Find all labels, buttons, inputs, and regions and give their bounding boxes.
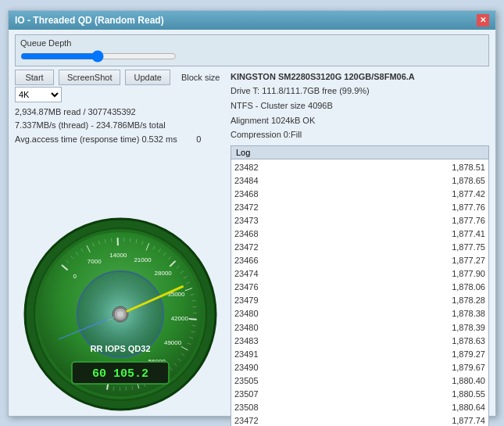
queue-depth-slider[interactable] bbox=[20, 50, 177, 63]
main-area: Start ScreenShot Update Block size 4K 51… bbox=[15, 70, 489, 427]
drive-info: KINGSTON SM2280S3120G 120GB/S8FM06.A Dri… bbox=[231, 70, 489, 142]
block-size-select[interactable]: 4K 512 1K 2K 8K 16K 32K 64K 128K bbox=[15, 87, 62, 102]
svg-text:RR IOPS QD32: RR IOPS QD32 bbox=[90, 344, 150, 353]
svg-text:21000: 21000 bbox=[134, 256, 152, 263]
log-col1: 23483 bbox=[234, 335, 270, 348]
log-row: 234841,878.65 bbox=[234, 174, 485, 188]
log-col1: 23508 bbox=[234, 401, 270, 414]
log-col2: 1,877.76 bbox=[442, 201, 485, 214]
log-row: 234831,878.63 bbox=[234, 335, 485, 348]
log-col2: 1,878.39 bbox=[442, 321, 485, 335]
log-col1: 23472 bbox=[234, 201, 270, 214]
log-col2: 1,878.63 bbox=[442, 335, 485, 348]
drive-name: KINGSTON SM2280S3120G 120GB/S8FM06.A bbox=[231, 70, 489, 84]
log-col2: 1,878.06 bbox=[442, 281, 485, 294]
log-row: 235071,880.55 bbox=[234, 388, 485, 401]
title-bar: IO - Threaded QD (Random Read) ✕ bbox=[9, 11, 495, 30]
stat-line3-text: Avg.access time (response time) 0.532 ms bbox=[15, 134, 177, 144]
log-row: 235051,880.40 bbox=[234, 374, 485, 388]
log-row: 234791,878.28 bbox=[234, 294, 485, 307]
svg-text:28000: 28000 bbox=[154, 270, 172, 277]
log-row: 234761,878.06 bbox=[234, 281, 485, 294]
log-col1: 23507 bbox=[234, 388, 270, 401]
log-row: 234901,879.67 bbox=[234, 361, 485, 374]
log-col2: 1,878.51 bbox=[442, 161, 485, 174]
log-row: 234661,877.27 bbox=[234, 254, 485, 267]
log-col1: 23472 bbox=[234, 241, 270, 254]
log-col1: 23479 bbox=[234, 294, 270, 307]
response-value: 0 bbox=[196, 134, 201, 144]
content-area: Queue Depth Start ScreenShot Update Bloc… bbox=[9, 30, 495, 427]
update-button[interactable]: Update bbox=[125, 70, 170, 85]
svg-text:60 105.2: 60 105.2 bbox=[91, 367, 148, 381]
log-col2: 1,878.28 bbox=[442, 294, 485, 307]
log-row: 235081,880.64 bbox=[234, 401, 485, 414]
log-row: 234721,877.75 bbox=[234, 241, 485, 254]
svg-text:7000: 7000 bbox=[87, 257, 101, 264]
log-col1: 23468 bbox=[234, 227, 270, 241]
log-row: 234911,879.27 bbox=[234, 348, 485, 361]
gauge-container: 0700014000210002800035000420004900056000… bbox=[15, 149, 226, 426]
stat-line3: Avg.access time (response time) 0.532 ms… bbox=[15, 133, 226, 147]
log-col2: 1,877.90 bbox=[442, 267, 485, 281]
window-title: IO - Threaded QD (Random Read) bbox=[15, 15, 164, 26]
stats-section: 2,934.87MB read / 3077435392 7.337MB/s (… bbox=[15, 106, 226, 147]
log-col1: 23505 bbox=[234, 374, 270, 388]
log-header: Log bbox=[231, 146, 488, 159]
queue-depth-section: Queue Depth bbox=[15, 34, 489, 66]
stat-line2: 7.337MB/s (thread) - 234.786MB/s total bbox=[15, 119, 226, 133]
gauge-svg: 0700014000210002800035000420004900056000… bbox=[21, 215, 220, 414]
log-col1: 23482 bbox=[234, 161, 270, 174]
log-row: 234741,877.90 bbox=[234, 267, 485, 281]
log-col2: 1,877.27 bbox=[442, 254, 485, 267]
log-col2: 1,878.65 bbox=[442, 174, 485, 188]
log-col2: 1,878.38 bbox=[442, 307, 485, 320]
start-button[interactable]: Start bbox=[15, 70, 54, 85]
log-col2: 1,880.55 bbox=[442, 388, 485, 401]
log-row: 234801,878.38 bbox=[234, 307, 485, 320]
main-window: IO - Threaded QD (Random Read) ✕ Queue D… bbox=[8, 10, 496, 417]
svg-line-9 bbox=[188, 319, 196, 320]
log-col1: 23480 bbox=[234, 321, 270, 335]
left-panel: Start ScreenShot Update Block size 4K 51… bbox=[15, 70, 226, 427]
block-size-label: Block size bbox=[181, 73, 220, 82]
log-col1: 23484 bbox=[234, 174, 270, 188]
log-row: 234681,877.41 bbox=[234, 227, 485, 241]
log-col2: 1,877.41 bbox=[442, 227, 485, 241]
log-body[interactable]: 234821,878.51234841,878.65234681,877.422… bbox=[231, 159, 488, 426]
log-col2: 1,877.74 bbox=[442, 414, 485, 426]
log-col1: 23491 bbox=[234, 348, 270, 361]
log-col1: 23480 bbox=[234, 307, 270, 320]
log-col1: 23476 bbox=[234, 281, 270, 294]
queue-depth-label: Queue Depth bbox=[20, 38, 484, 48]
log-col1: 23473 bbox=[234, 214, 270, 227]
log-col2: 1,880.40 bbox=[442, 374, 485, 388]
log-row: 234821,878.51 bbox=[234, 161, 485, 174]
stat-line1: 2,934.87MB read / 3077435392 bbox=[15, 106, 226, 120]
button-row: Start ScreenShot Update Block size bbox=[15, 70, 226, 85]
log-col2: 1,877.76 bbox=[442, 214, 485, 227]
svg-text:49000: 49000 bbox=[163, 338, 181, 345]
drive-line1: Drive T: 111.8/111.7GB free (99.9%) bbox=[231, 84, 489, 98]
log-row: 234731,877.76 bbox=[234, 214, 485, 227]
log-col1: 23472 bbox=[234, 414, 270, 426]
close-button[interactable]: ✕ bbox=[477, 14, 489, 27]
log-col1: 23466 bbox=[234, 254, 270, 267]
log-col1: 23490 bbox=[234, 361, 270, 374]
slider-container bbox=[20, 50, 484, 63]
drive-line2: NTFS - Cluster size 4096B bbox=[231, 98, 489, 113]
log-row: 234681,877.42 bbox=[234, 188, 485, 201]
log-col2: 1,877.75 bbox=[442, 241, 485, 254]
log-col2: 1,877.42 bbox=[442, 188, 485, 201]
svg-text:42000: 42000 bbox=[170, 315, 188, 322]
drive-line3: Alignment 1024kB OK bbox=[231, 113, 489, 128]
right-panel: KINGSTON SM2280S3120G 120GB/S8FM06.A Dri… bbox=[231, 70, 489, 427]
svg-text:0: 0 bbox=[73, 273, 77, 280]
log-section: Log 234821,878.51234841,878.65234681,877… bbox=[231, 145, 489, 426]
screenshot-button[interactable]: ScreenShot bbox=[59, 70, 120, 85]
log-col1: 23474 bbox=[234, 267, 270, 281]
drive-line4: Compression 0:Fill bbox=[231, 127, 489, 142]
log-col1: 23468 bbox=[234, 188, 270, 201]
log-row: 234721,877.74 bbox=[234, 414, 485, 426]
log-col2: 1,880.64 bbox=[442, 401, 485, 414]
